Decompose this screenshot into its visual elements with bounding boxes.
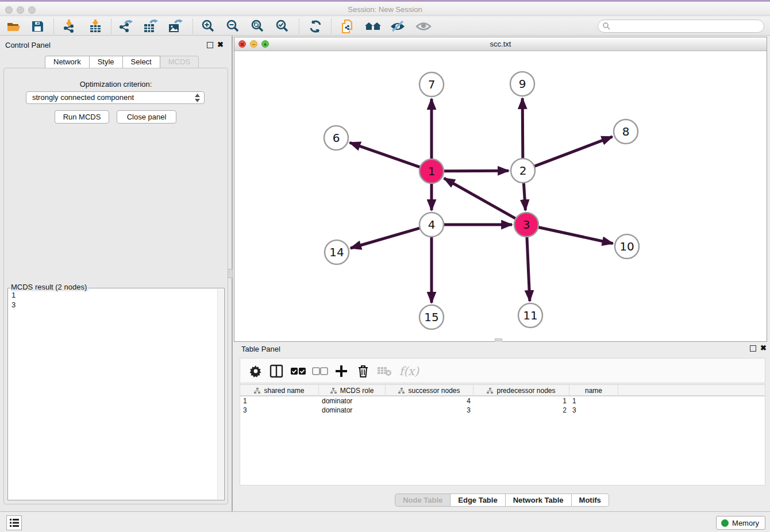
task-history-button[interactable] xyxy=(6,515,22,530)
network-window-title: scc.txt xyxy=(234,40,767,48)
home-layout-icon[interactable] xyxy=(364,18,382,34)
show-details-icon[interactable] xyxy=(415,18,432,34)
column-header-shared-name[interactable]: shared name xyxy=(240,385,319,396)
close-panel-icon[interactable]: ✖ xyxy=(217,41,224,49)
node-label-6: 6 xyxy=(333,131,340,145)
toolbar-separator xyxy=(192,19,193,34)
result-scrollbar[interactable] xyxy=(217,289,224,499)
memory-label: Memory xyxy=(732,519,759,527)
edge-3-11[interactable] xyxy=(527,236,530,301)
export-table-icon[interactable] xyxy=(142,18,159,34)
close-panel-button[interactable]: Close panel xyxy=(117,110,176,124)
optimization-criterion-select[interactable]: strongly connected component xyxy=(26,91,205,104)
table-cell[interactable]: dominator xyxy=(319,396,386,406)
zoom-out-icon[interactable] xyxy=(225,18,242,34)
edge-4-14[interactable] xyxy=(351,228,421,248)
deselect-all-rows-icon[interactable] xyxy=(311,363,329,380)
table-toolbar: f(x) xyxy=(240,358,765,383)
edge-1-2[interactable] xyxy=(443,171,509,171)
save-session-icon[interactable] xyxy=(29,18,46,34)
import-network-icon[interactable] xyxy=(60,18,78,34)
search-icon xyxy=(602,22,611,30)
network-graph: 7968124314101511 xyxy=(234,51,767,341)
edge-3-1[interactable] xyxy=(444,178,517,219)
zoom-in-icon[interactable] xyxy=(200,18,217,34)
edge-1-6[interactable] xyxy=(350,142,421,167)
float-table-panel-icon[interactable] xyxy=(750,345,756,352)
table-row[interactable]: 1dominator411 xyxy=(240,396,765,406)
tab-style[interactable]: Style xyxy=(90,56,123,68)
node-label-14: 14 xyxy=(329,245,344,259)
toolbar-separator xyxy=(331,19,332,34)
open-folder-icon[interactable] xyxy=(5,18,22,34)
function-builder-icon: f(x) xyxy=(396,363,422,380)
close-table-panel-icon[interactable]: ✖ xyxy=(760,344,767,352)
table-tab-motifs[interactable]: Motifs xyxy=(572,494,609,507)
export-network-icon[interactable] xyxy=(117,18,134,34)
mcds-result-textarea[interactable]: 1 3 xyxy=(7,288,225,500)
node-table[interactable]: shared nameMCDS rolesuccessor nodesprede… xyxy=(240,384,765,485)
column-settings-icon[interactable] xyxy=(247,363,264,380)
control-panel-tabs: Network Style Select MCDS xyxy=(45,56,199,68)
toolbar-separator xyxy=(111,19,111,34)
node-label-15: 15 xyxy=(424,310,438,324)
import-table-icon[interactable] xyxy=(87,18,104,34)
column-header-predecessor-nodes[interactable]: predecessor nodes xyxy=(473,385,569,396)
float-panel-icon[interactable] xyxy=(207,42,213,48)
tab-network[interactable]: Network xyxy=(45,56,90,68)
edge-2-8[interactable] xyxy=(534,137,613,167)
column-label: MCDS role xyxy=(340,387,374,395)
table-cell[interactable]: 1 xyxy=(569,396,618,406)
table-header-row: shared nameMCDS rolesuccessor nodesprede… xyxy=(240,385,765,396)
zoom-selected-icon[interactable] xyxy=(274,18,291,34)
delete-column-icon[interactable] xyxy=(355,363,372,380)
select-all-rows-icon[interactable] xyxy=(290,363,307,380)
column-header-successor-nodes[interactable]: successor nodes xyxy=(386,385,473,396)
tab-mcds[interactable]: MCDS xyxy=(160,56,199,68)
table-cell[interactable]: dominator xyxy=(319,406,386,415)
table-tabs: Node TableEdge TableNetwork TableMotifs xyxy=(234,494,770,507)
search-field[interactable] xyxy=(598,20,764,33)
mcds-result-values: 1 3 xyxy=(11,290,216,498)
tab-select[interactable]: Select xyxy=(123,56,160,68)
split-columns-icon[interactable] xyxy=(268,363,285,380)
table-cell[interactable]: 2 xyxy=(473,406,569,415)
node-label-8: 8 xyxy=(622,125,630,138)
edge-3-10[interactable] xyxy=(538,227,613,243)
column-header-MCDS-role[interactable]: MCDS role xyxy=(319,385,386,396)
table-cell[interactable]: 1 xyxy=(473,396,569,406)
table-row[interactable]: 3dominator323 xyxy=(240,406,765,415)
network-window-titlebar[interactable]: ✕ – + scc.txt xyxy=(234,37,767,51)
node-label-2: 2 xyxy=(519,164,527,178)
add-column-icon[interactable] xyxy=(333,363,350,380)
export-image-icon[interactable] xyxy=(167,18,184,34)
edge-2-9[interactable] xyxy=(522,98,523,159)
run-mcds-button[interactable]: Run MCDS xyxy=(55,110,109,124)
table-cell[interactable]: 3 xyxy=(569,406,618,415)
table-cell[interactable]: 3 xyxy=(240,406,319,415)
zoom-fit-icon[interactable] xyxy=(249,18,267,34)
panel-divider-handle[interactable] xyxy=(228,269,233,278)
table-cell[interactable]: 3 xyxy=(386,406,473,415)
table-tab-network-table[interactable]: Network Table xyxy=(506,494,572,507)
column-header-name[interactable]: name xyxy=(569,385,618,396)
main-toolbar xyxy=(0,17,770,36)
node-label-3: 3 xyxy=(523,218,530,232)
duplicate-network-icon[interactable] xyxy=(339,18,356,34)
status-bar: Memory xyxy=(0,511,770,532)
table-panel: Table Panel ✖ f(x) shared nameMCDS roles… xyxy=(234,342,770,511)
search-input[interactable] xyxy=(611,21,764,32)
node-label-9: 9 xyxy=(519,77,526,91)
column-label: successor nodes xyxy=(408,387,460,395)
table-tab-node-table[interactable]: Node Table xyxy=(395,494,451,507)
sort-tree-icon xyxy=(487,388,493,394)
table-cell[interactable]: 1 xyxy=(240,396,319,406)
refresh-view-icon[interactable] xyxy=(307,18,324,34)
select-stepper-icon xyxy=(194,94,201,102)
memory-button[interactable]: Memory xyxy=(716,516,765,530)
table-tab-edge-table[interactable]: Edge Table xyxy=(451,494,505,507)
table-cell[interactable]: 4 xyxy=(386,396,473,406)
network-canvas[interactable]: 7968124314101511 xyxy=(234,51,767,341)
hide-details-icon[interactable] xyxy=(389,18,406,34)
edge-2-3[interactable] xyxy=(523,182,525,210)
